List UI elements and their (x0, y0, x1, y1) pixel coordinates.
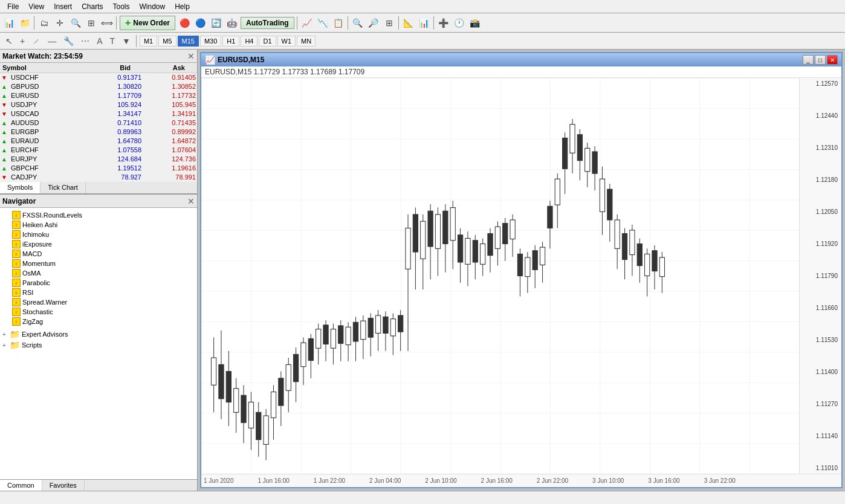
expand-icon-ea[interactable]: + (2, 331, 10, 338)
new-chart-btn[interactable]: 📊 (1, 16, 17, 30)
nav-stochastic[interactable]: i Stochastic (12, 307, 195, 317)
nav-fxssi[interactable]: i FXSSI.RoundLevels (12, 210, 195, 220)
tf-w1[interactable]: W1 (277, 36, 296, 47)
profiles-btn[interactable]: 🗂 (36, 16, 52, 30)
chart-title: 📈 EURUSD,M15 (205, 55, 264, 65)
buy-btn[interactable]: 🔴 (176, 16, 192, 30)
sell-btn[interactable]: 🔵 (192, 16, 208, 30)
new-order-btn[interactable]: + New Order (120, 16, 175, 30)
svg-rect-101 (577, 135, 582, 161)
navigator-close[interactable]: ✕ (187, 196, 195, 206)
arrow-eurgbp: ▲ (1, 129, 11, 135)
mw-row-gbpusd[interactable]: ▲ GBPUSD 1.30820 1.30852 (0, 82, 197, 91)
chart-body[interactable]: 1.12570 1.12440 1.12310 1.12180 1.12050 … (201, 78, 841, 474)
mw-row-usdcad[interactable]: ▼ USDCAD 1.34147 1.34191 (0, 109, 197, 118)
zoom-in-btn[interactable]: 🔍 (350, 16, 366, 30)
chart-minimize-btn[interactable]: _ (803, 55, 814, 65)
coverage-btn[interactable]: 📋 (331, 16, 346, 30)
menu-view[interactable]: View (24, 1, 49, 12)
tab-symbols[interactable]: Symbols (0, 182, 40, 193)
tf-m1[interactable]: M1 (140, 36, 157, 47)
line-studies[interactable]: 📐 (401, 16, 416, 30)
price-4: 1.12180 (801, 176, 840, 183)
crosshair-tool[interactable]: + (17, 34, 28, 48)
mw-row-eurjpy[interactable]: ▲ EURJPY 124.684 124.736 (0, 155, 197, 164)
dots-tool[interactable]: ⋯ (78, 34, 92, 48)
tf-mn[interactable]: MN (297, 36, 316, 47)
tf-h4[interactable]: H4 (241, 36, 257, 47)
arrow-tool[interactable]: ▼ (119, 34, 134, 48)
menu-window[interactable]: Window (135, 1, 170, 12)
nav-heiken[interactable]: i Heiken Ashi (12, 220, 195, 230)
mw-row-eurchf[interactable]: ▲ EURCHF 1.07558 1.07604 (0, 146, 197, 155)
zoom-in-chart[interactable]: 🔍 (68, 16, 83, 30)
nav-tab-common[interactable]: Common (0, 480, 42, 491)
market-watch-tabs: Symbols Tick Chart (0, 182, 197, 194)
label-tool[interactable]: T (107, 34, 118, 48)
autotrading-btn[interactable]: AutoTrading (241, 17, 294, 29)
chart-close-btn[interactable]: ✕ (827, 55, 838, 65)
tf-h1[interactable]: H1 (222, 36, 239, 47)
time-4: 2 Jun 04:00 (369, 477, 401, 484)
crosshair-btn[interactable]: ✛ (52, 16, 68, 30)
tab-tick-chart[interactable]: Tick Chart (40, 182, 86, 193)
menu-file[interactable]: File (2, 1, 24, 12)
menu-insert[interactable]: Insert (49, 1, 77, 12)
open-btn[interactable]: 📁 (17, 16, 33, 30)
tf-m5[interactable]: M5 (158, 36, 176, 47)
cursor-tool[interactable]: ↖ (2, 34, 16, 48)
mw-row-euraud[interactable]: ▲ EURAUD 1.64780 1.64872 (0, 137, 197, 146)
nav-macd[interactable]: i MACD (12, 249, 195, 259)
nav-momentum[interactable]: i Momentum (12, 259, 195, 268)
nav-label-zigzag: ZigZag (22, 318, 43, 325)
svg-rect-113 (622, 233, 627, 259)
nav-zigzag[interactable]: i ZigZag (12, 317, 195, 326)
nav-tab-favorites[interactable]: Favorites (42, 480, 85, 491)
mw-row-eurgbp[interactable]: ▲ EURGBP 0.89963 0.89992 (0, 128, 197, 137)
svg-rect-123 (659, 257, 664, 277)
mw-row-cadjpy[interactable]: ▼ CADJPY 78.927 78.991 (0, 173, 197, 182)
autotrading-icon[interactable]: 🤖 (224, 16, 239, 30)
nav-spread-warner[interactable]: i Spread.Warner (12, 297, 195, 307)
menu-tools[interactable]: Tools (108, 1, 135, 12)
chart-shift-btn[interactable]: ⟺ (99, 16, 115, 30)
period-tool[interactable]: 🔧 (60, 34, 77, 48)
refresh-btn[interactable]: 🔄 (208, 16, 224, 30)
menu-help[interactable]: Help (170, 1, 195, 12)
line-tool[interactable]: ⟋ (29, 34, 44, 48)
mw-row-audusd[interactable]: ▲ AUDUSD 0.71410 0.71435 (0, 118, 197, 128)
chart-canvas[interactable] (201, 78, 799, 474)
indicators-btn[interactable]: 📊 (416, 16, 432, 30)
hline-tool[interactable]: — (45, 34, 59, 48)
market-watch-close[interactable]: ✕ (187, 51, 195, 61)
period-sep-btn[interactable]: ⊞ (83, 16, 99, 30)
mw-row-usdjpy[interactable]: ▼ USDJPY 105.924 105.945 (0, 100, 197, 109)
tf-m15[interactable]: M15 (178, 36, 199, 47)
mw-row-gbpchf[interactable]: ▲ GBPCHF 1.19512 1.19616 (0, 164, 197, 173)
nav-parabolic[interactable]: i Parabolic (12, 278, 195, 288)
menu-charts[interactable]: Charts (77, 1, 108, 12)
add-indicator[interactable]: ➕ (436, 16, 452, 30)
svg-rect-45 (368, 318, 373, 338)
nav-rsi[interactable]: i RSI (12, 288, 195, 297)
tf-m30[interactable]: M30 (200, 36, 221, 47)
screenshot-btn[interactable]: 📸 (467, 16, 483, 30)
time-1: 1 Jun 2020 (204, 477, 234, 484)
nav-expert-advisors[interactable]: + 📁 Expert Advisors (2, 329, 195, 340)
chart-maximize-btn[interactable]: □ (815, 55, 826, 65)
nav-scripts[interactable]: + 📁 Scripts (2, 340, 195, 351)
tile-btn[interactable]: ⊞ (381, 16, 397, 30)
nav-ichimoku[interactable]: i Ichimoku (12, 230, 195, 239)
clock-btn[interactable]: 🕐 (452, 16, 467, 30)
nav-osma[interactable]: i OsMA (12, 268, 195, 278)
expand-icon-scripts[interactable]: + (2, 342, 10, 349)
mw-row-usdchf[interactable]: ▼ USDCHF 0.91371 0.91405 (0, 73, 197, 82)
tester-btn[interactable]: 📉 (315, 16, 331, 30)
nav-iexposure[interactable]: i iExposure (12, 239, 195, 249)
mw-row-eurusd[interactable]: ▲ EURUSD 1.17709 1.17732 (0, 91, 197, 100)
text-tool[interactable]: A (94, 34, 105, 48)
history-btn[interactable]: 📈 (299, 16, 315, 30)
ask-eurusd: 1.17732 (141, 92, 196, 99)
zoom-out-btn[interactable]: 🔎 (366, 16, 381, 30)
tf-d1[interactable]: D1 (259, 36, 276, 47)
